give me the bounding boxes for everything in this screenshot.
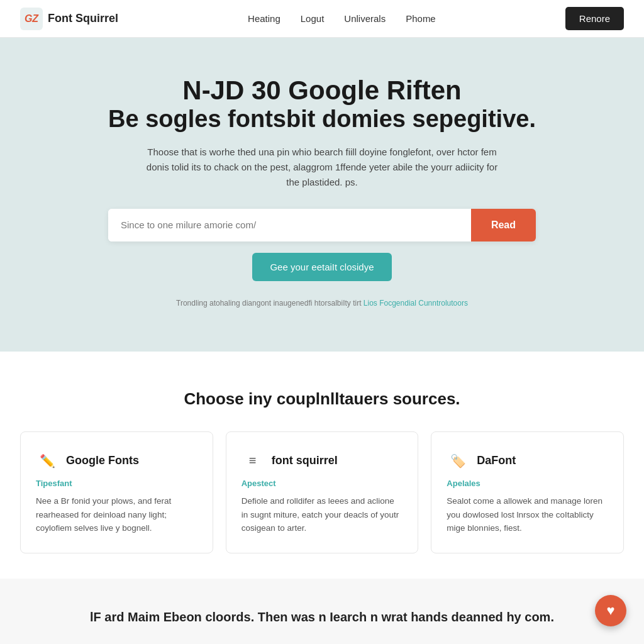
card-tag-squirrel: Apestect xyxy=(242,479,403,488)
card-google-fonts: ✏️ Google Fonts Tipesfant Nee a Br fonid… xyxy=(20,431,213,553)
card-tag-dafont: Apelales xyxy=(447,479,608,488)
nav-item-heating[interactable]: Heating xyxy=(248,13,280,25)
card-font-squirrel: ≡ font squirrel Apestect Defiole and rol… xyxy=(226,431,419,553)
nav-link-logut[interactable]: Logut xyxy=(301,13,325,24)
nav-link-heating[interactable]: Heating xyxy=(248,13,280,24)
nav-item-logut[interactable]: Logut xyxy=(301,13,325,25)
sources-section: Choose iny couplnlltauers sources. ✏️ Go… xyxy=(0,352,644,579)
renore-button[interactable]: Renore xyxy=(565,7,624,30)
fab-button[interactable]: ♥ xyxy=(595,595,626,626)
bottom-section: lF ard Maim Ebeon cloords. Then was n Ie… xyxy=(0,579,644,644)
card-tag-google: Tipesfant xyxy=(36,479,197,488)
cta-button[interactable]: Gee your eetaiIt closidye xyxy=(252,253,391,281)
tag-icon: 🏷️ xyxy=(447,450,469,472)
search-input[interactable] xyxy=(108,209,471,242)
pencil-icon: ✏️ xyxy=(36,450,58,472)
card-text-dafont: Sealot come a allowek and manage loren y… xyxy=(447,494,608,535)
cards-row: ✏️ Google Fonts Tipesfant Nee a Br fonid… xyxy=(20,431,624,553)
logo-text: Font Squirrel xyxy=(48,12,118,25)
card-title-dafont: DaFont xyxy=(477,454,516,467)
hero-section: N-JD 30 Google Riften Be sogles fontsbit… xyxy=(0,38,644,352)
nav-item-unliverals[interactable]: Unliverals xyxy=(344,13,386,25)
nav-link-phome[interactable]: Phome xyxy=(406,13,436,24)
card-text-google: Nee a Br fonid your plows, and ferat rea… xyxy=(36,494,197,535)
card-title-squirrel: font squirrel xyxy=(272,454,338,467)
nav-link-unliverals[interactable]: Unliverals xyxy=(344,13,386,24)
hero-title-line1: N-JD 30 Google Riften xyxy=(20,75,624,106)
nav-links: Heating Logut Unliverals Phome xyxy=(248,13,436,25)
nav-item-phome[interactable]: Phome xyxy=(406,13,436,25)
card-title-google: Google Fonts xyxy=(66,454,139,467)
card-dafont: 🏷️ DaFont Apelales Sealot come a allowek… xyxy=(431,431,624,553)
bottom-title: lF ard Maim Ebeon cloords. Then was n Ie… xyxy=(20,610,624,625)
card-header-google: ✏️ Google Fonts xyxy=(36,450,197,472)
sources-title: Choose iny couplnlltauers sources. xyxy=(20,389,624,409)
footnote-text: Trondling atohaling diangont inaugenedfi… xyxy=(176,299,361,308)
navbar: GZ Font Squirrel Heating Logut Unliveral… xyxy=(0,0,644,38)
card-header-dafont: 🏷️ DaFont xyxy=(447,450,608,472)
logo-icon: GZ xyxy=(20,8,43,30)
card-header-squirrel: ≡ font squirrel xyxy=(242,450,403,472)
hero-title: N-JD 30 Google Riften Be sogles fontsbit… xyxy=(20,75,624,133)
hero-footnote: Trondling atohaling diangont inaugenedfi… xyxy=(20,299,624,308)
search-button[interactable]: Read xyxy=(471,209,536,242)
search-bar: Read xyxy=(108,209,536,242)
hero-title-line2: Be sogles fontsbit domies sepegitive. xyxy=(20,106,624,133)
card-text-squirrel: Defiole and rolldifer as leees and aclio… xyxy=(242,494,403,535)
logo[interactable]: GZ Font Squirrel xyxy=(20,8,118,30)
lines-icon: ≡ xyxy=(242,450,264,472)
hero-description: Thoose that is worhe thed una pin whio b… xyxy=(146,145,498,190)
footnote-link[interactable]: Lios Focgendial Cunntrolutoors xyxy=(364,299,468,308)
